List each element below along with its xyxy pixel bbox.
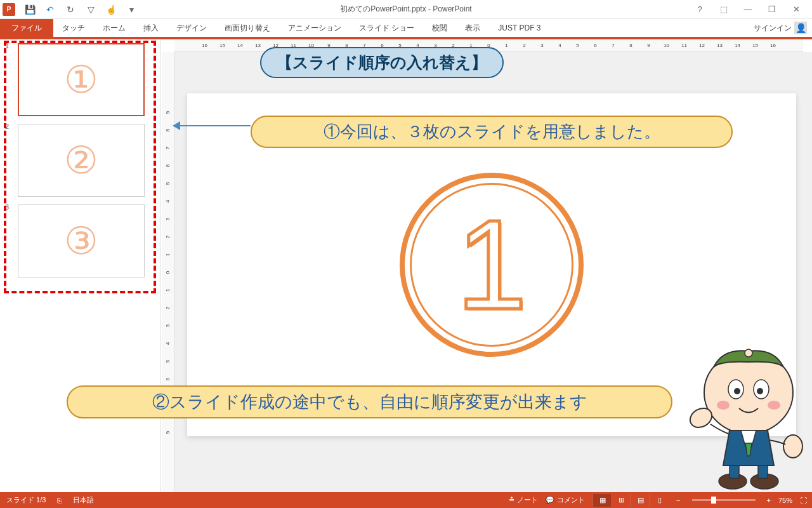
annotation-arrow: [174, 125, 251, 126]
svg-point-5: [757, 388, 763, 394]
thumb-glyph: ③: [64, 218, 98, 264]
qat-dropdown[interactable]: ▾: [122, 1, 141, 18]
normal-view-button[interactable]: ▦: [593, 494, 612, 507]
quick-access-toolbar: P 💾 ↶ ↻ ▽ ☝ ▾: [0, 1, 141, 18]
app-icon: P: [3, 3, 15, 16]
start-slideshow-button[interactable]: ▽: [81, 1, 100, 18]
thumb-glyph: ②: [64, 138, 98, 183]
zoom-in-button[interactable]: +: [767, 497, 771, 504]
thumb-number: 2: [5, 123, 9, 130]
tab-touch[interactable]: タッチ: [53, 19, 94, 37]
thumbnail-2[interactable]: 2 ②: [6, 124, 154, 197]
annotation-title-callout: 【スライド順序の入れ替え】: [260, 47, 504, 78]
spellcheck-icon[interactable]: ⎘: [57, 497, 62, 504]
slide-circle-shape: 1: [400, 173, 584, 357]
thumb-number: 1: [5, 42, 9, 50]
zoom-out-button[interactable]: −: [676, 497, 680, 504]
tab-design[interactable]: デザイン: [167, 19, 216, 37]
tab-home[interactable]: ホーム: [94, 19, 134, 37]
language-indicator[interactable]: 日本語: [73, 495, 94, 505]
reading-view-button[interactable]: ▤: [631, 494, 650, 507]
svg-point-7: [768, 401, 780, 410]
ribbon-options-button[interactable]: ⬚: [714, 1, 733, 18]
notes-button[interactable]: ≛ ノート: [509, 495, 538, 505]
svg-point-4: [734, 388, 740, 394]
thumb-glyph: ①: [64, 57, 98, 102]
svg-point-1: [745, 349, 752, 357]
slideshow-view-button[interactable]: ▯: [650, 494, 669, 507]
window-controls: ? ⬚ — ❐ ✕: [690, 1, 812, 18]
zoom-slider[interactable]: [692, 499, 756, 501]
user-icon: 👤: [794, 22, 807, 34]
titlebar: P 💾 ↶ ↻ ▽ ☝ ▾ 初めてのPowerPoint.pptx - Powe…: [0, 0, 812, 19]
thumbnail-panel[interactable]: 1 ① 2 ② 3 ③: [0, 39, 160, 492]
tab-insert[interactable]: 挿入: [134, 19, 167, 37]
thumbnail-3[interactable]: 3 ③: [6, 204, 154, 277]
thumbnail-1[interactable]: 1 ①: [6, 43, 154, 116]
tab-slideshow[interactable]: スライド ショー: [350, 19, 423, 37]
svg-rect-12: [730, 465, 739, 478]
restore-button[interactable]: ❐: [763, 1, 782, 18]
minimize-button[interactable]: —: [738, 1, 757, 18]
tab-justpdf[interactable]: JUST PDF 3: [489, 19, 549, 37]
comments-button[interactable]: 💬 コメント: [546, 495, 585, 505]
tab-view[interactable]: 表示: [456, 19, 489, 37]
view-buttons: ▦ ⊞ ▤ ▯: [593, 494, 669, 507]
svg-point-9: [783, 435, 802, 458]
ribbon-tabs: ファイル タッチ ホーム 挿入 デザイン 画面切り替え アニメーション スライド…: [0, 19, 812, 37]
statusbar: スライド 1/3 ⎘ 日本語 ≛ ノート 💬 コメント ▦ ⊞ ▤ ▯ − + …: [0, 492, 812, 508]
signin[interactable]: サインイン 👤: [754, 22, 807, 34]
touch-mode-button[interactable]: ☝: [102, 1, 121, 18]
thumb-preview[interactable]: ③: [18, 204, 145, 277]
window-title: 初めてのPowerPoint.pptx - PowerPoint: [340, 4, 471, 15]
save-button[interactable]: 💾: [20, 1, 39, 18]
thumb-number: 3: [5, 203, 9, 211]
tab-review[interactable]: 校閲: [423, 19, 456, 37]
annotation-callout-2: ②スライド作成の途中でも、自由に順序変更が出来ます: [67, 385, 672, 418]
annotation-callout-1: ①今回は、３枚のスライドを用意しました。: [251, 116, 733, 148]
thumb-preview[interactable]: ②: [18, 124, 145, 197]
zoom-level[interactable]: 75%: [778, 497, 792, 504]
redo-button[interactable]: ↻: [61, 1, 80, 18]
workspace: 1 ① 2 ② 3 ③ 1615141312111098765432101234…: [0, 39, 812, 492]
svg-rect-13: [758, 465, 768, 478]
vertical-ruler: 9876543210123456789: [162, 52, 174, 492]
thumb-preview[interactable]: ①: [18, 43, 145, 116]
tab-transitions[interactable]: 画面切り替え: [216, 19, 279, 37]
sorter-view-button[interactable]: ⊞: [612, 494, 631, 507]
slide-number-glyph: 1: [456, 201, 527, 328]
fit-window-button[interactable]: ⛶: [800, 497, 807, 504]
signin-label: サインイン: [754, 23, 792, 34]
mascot-character: [666, 342, 806, 491]
svg-point-6: [717, 401, 730, 410]
help-button[interactable]: ?: [690, 1, 709, 18]
slide-counter: スライド 1/3: [6, 495, 46, 505]
close-button[interactable]: ✕: [787, 1, 806, 18]
tab-animations[interactable]: アニメーション: [279, 19, 350, 37]
tab-file[interactable]: ファイル: [0, 19, 53, 37]
undo-button[interactable]: ↶: [41, 1, 60, 18]
